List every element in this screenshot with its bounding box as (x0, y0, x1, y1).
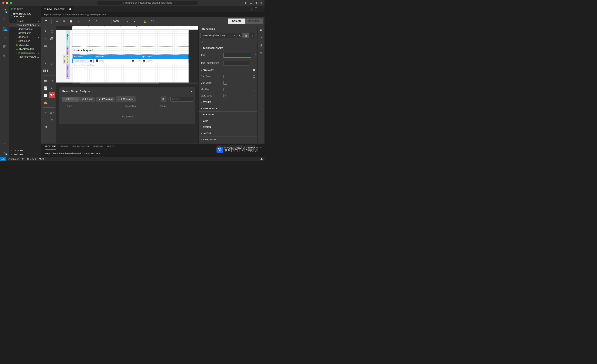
sync-button[interactable]: ⟳ (21, 158, 25, 160)
ports-status[interactable]: 📡0 (37, 158, 45, 160)
zoom-out-icon[interactable]: − (104, 18, 110, 24)
crossband-box-tool[interactable]: ⊟ (43, 124, 48, 130)
col-source[interactable]: Source (159, 105, 188, 108)
layout-toggle-primary-icon[interactable]: ◧ (244, 1, 247, 4)
scrollbar-thumb[interactable] (80, 83, 159, 84)
compare-icon[interactable] (249, 7, 252, 11)
layout-toggle-secondary-icon[interactable]: ◨ (254, 1, 257, 4)
reset-icon[interactable] (251, 54, 253, 56)
file--dockerignore[interactable]: ▪.dockerignore (9, 27, 41, 31)
section-behavior[interactable]: ▸BEHAVIOR (201, 114, 255, 116)
band-detail-label[interactable]: DetailRe (66, 54, 70, 64)
file-LICENSE[interactable]: ⚖LICENSE (9, 43, 41, 47)
th-lastname[interactable]: last Name (93, 55, 135, 59)
pagebreak-tool[interactable]: ⫞ (43, 117, 48, 123)
section-navigation[interactable]: ▸NAVIGATION (201, 138, 255, 141)
remote-button[interactable]: ⇲⇱ (0, 157, 7, 161)
file--vscode[interactable]: ›.vscode● (9, 19, 41, 23)
col-code[interactable]: Code ⏷ (67, 105, 101, 108)
notifications-icon[interactable]: 🔔 (259, 158, 265, 160)
shape-tool[interactable]: ◇ (49, 60, 55, 66)
more-actions-icon[interactable]: ⋯ (260, 7, 262, 11)
close-window[interactable] (2, 2, 5, 4)
report-table[interactable]: first Name last Name age email [firstNam… (72, 54, 189, 63)
file--gitattributes[interactable]: ▪.gitattributes (9, 31, 41, 35)
outline-section[interactable]: ›OUTLINE (9, 148, 41, 153)
debug-tab[interactable] (0, 35, 9, 40)
multiline-checkbox[interactable] (223, 88, 227, 91)
report-title[interactable]: Users Report (74, 48, 187, 52)
th-email[interactable]: email (146, 55, 189, 59)
fullscreen-icon[interactable]: ⛶ (149, 18, 155, 24)
expressions-rail-icon[interactable]: 𝑓 (259, 36, 263, 40)
file--gitignore[interactable]: ▪.gitignoreM (9, 35, 41, 39)
tab-debug[interactable]: DEBUG CONSOLE (71, 145, 90, 150)
scm-tab[interactable]: 213 (0, 26, 9, 31)
file-README-md[interactable]: ⓘREADME.md (9, 47, 41, 51)
expression-icon[interactable]: 𝑓 (254, 54, 255, 56)
reportexplorer-rail-icon[interactable]: ⊟ (259, 51, 263, 55)
signature-tool[interactable]: ✍ (43, 100, 48, 105)
section-data[interactable]: ▸DATA (201, 120, 255, 122)
file-config-json[interactable]: {}config.json (9, 39, 41, 43)
band-gro-label[interactable]: Gro (63, 59, 66, 64)
preview-tab[interactable]: PREVIEW (245, 18, 263, 24)
cell-email[interactable]: [email] (146, 59, 189, 63)
more-icon[interactable]: ⋯ (37, 8, 39, 10)
section-styles[interactable]: ▸STYLES (201, 101, 255, 103)
analyzer-header[interactable]: Report Design Analyzer ⌄ (59, 87, 195, 95)
properties-rail-icon[interactable]: ⚙ (259, 28, 263, 32)
th-age[interactable]: age (135, 55, 146, 59)
cell-age[interactable]: [age] (135, 59, 146, 63)
horizontal-scrollbar[interactable] (72, 83, 198, 84)
menu-icon[interactable]: ☰ (43, 18, 49, 24)
smart-tag-icon[interactable]: ⌐⊔ (199, 39, 257, 45)
git-branch[interactable]: ⎇2023.1* (7, 158, 21, 160)
band-topmargin[interactable] (72, 30, 189, 47)
layout-toggle-panel-icon[interactable]: ▭ (249, 1, 252, 4)
toc-tool[interactable]: ≡ (43, 110, 48, 116)
nav-back-icon[interactable]: ← (85, 1, 88, 4)
band-header-label[interactable]: ReportHe (66, 47, 70, 54)
character-comb-tool[interactable]: ▯▯ (43, 50, 48, 56)
fieldlist-rail-icon[interactable]: 🗄 (259, 43, 263, 47)
problems-status[interactable]: ⊘0 ⚠0 (25, 158, 37, 160)
warnings-chip[interactable]: ▲0 Warnings (96, 97, 115, 101)
messages-chip[interactable]: ⓘ0 Messages (116, 96, 136, 102)
delete-icon[interactable]: ✕ (75, 18, 81, 24)
reset-icon[interactable] (253, 62, 255, 64)
db-icon[interactable] (90, 60, 92, 62)
reset-icon[interactable] (253, 82, 255, 84)
reset-icon[interactable] (253, 75, 255, 77)
file-ReportingWebApp-sln[interactable]: ▪ReportingWebApp.sln (9, 55, 41, 59)
cut-icon[interactable]: ✂ (54, 18, 60, 24)
barcode-tool[interactable]: ▮▮▮ (43, 68, 48, 73)
gauge-tool[interactable]: ◷ (49, 78, 55, 84)
band-botmargin[interactable] (72, 64, 189, 79)
maximize-window[interactable] (10, 2, 12, 4)
section-layout[interactable]: ▸LAYOUT (201, 132, 255, 134)
explorer-tab[interactable]: 1 (0, 8, 9, 13)
pdf-content-tool[interactable]: PDF (49, 92, 55, 98)
collapse-icon[interactable]: ⌄ (256, 146, 258, 149)
minimize-window[interactable] (6, 2, 8, 4)
reset-icon[interactable] (253, 88, 255, 90)
section-summary[interactable]: ▸SUMMARY (201, 69, 255, 71)
db-icon[interactable] (132, 60, 134, 62)
design-canvas-wrap[interactable]: 01234567 TopMargin ReportHe DetailRe De … (56, 26, 198, 143)
categorize-button[interactable]: ▦ (243, 33, 249, 38)
analyzer-search[interactable] (170, 97, 193, 101)
crumb-3[interactable]: newReport.repx (90, 13, 106, 16)
tab-terminal[interactable]: TERMINAL (93, 145, 103, 150)
reset-icon[interactable] (253, 69, 255, 71)
ellipsis-button[interactable]: ⋯ (251, 62, 253, 64)
design-surface[interactable]: Users Report first Name last Name age em… (72, 30, 189, 83)
nav-forward-icon[interactable]: → (91, 1, 94, 4)
file-reporting-config-json[interactable]: {}reporting.config.jsonU (9, 51, 41, 55)
canshrink-checkbox[interactable] (223, 81, 227, 85)
chart-tool[interactable]: ▦ (43, 78, 48, 84)
richtext-tool[interactable]: ✎ (43, 36, 48, 41)
refresh-button[interactable]: ⟳ (161, 96, 166, 102)
cell-lastname[interactable]: ▫ 𝑓Name] (93, 59, 135, 63)
band-botmargin-label[interactable]: BottomMargin (66, 64, 70, 79)
